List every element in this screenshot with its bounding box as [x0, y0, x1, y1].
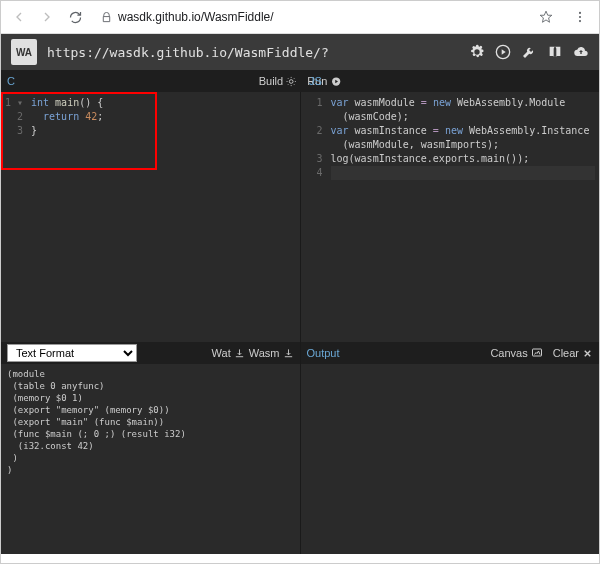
- js-code[interactable]: var wasmModule = new WebAssembly.Module …: [327, 92, 600, 342]
- browser-bar: wasdk.github.io/WasmFiddle/: [1, 1, 599, 34]
- output-row: (module (table 0 anyfunc) (memory $0 1) …: [1, 364, 599, 554]
- svg-point-1: [579, 16, 581, 18]
- c-code[interactable]: int main() { return 42;}: [27, 92, 300, 342]
- js-tab-label[interactable]: JS: [309, 75, 322, 87]
- svg-point-0: [579, 12, 581, 14]
- wrench-icon[interactable]: [521, 44, 537, 60]
- js-gutter: 1 2 34: [301, 92, 327, 342]
- clear-label: Clear: [553, 347, 579, 359]
- svg-rect-5: [532, 349, 541, 356]
- c-tab-label[interactable]: C: [7, 75, 15, 87]
- play-icon[interactable]: [495, 44, 511, 60]
- book-icon[interactable]: [547, 44, 563, 60]
- wasm-label: Wasm: [249, 347, 280, 359]
- editor-row: 1 ▾23 int main() { return 42;} 1 2 34 va…: [1, 92, 599, 342]
- output-toolbar: Text Format Wat Wasm Output Canvas Clear: [1, 342, 599, 364]
- gear-icon[interactable]: [469, 44, 485, 60]
- clear-button[interactable]: Clear: [553, 347, 593, 359]
- format-select[interactable]: Text Format: [7, 344, 137, 362]
- forward-button[interactable]: [37, 7, 57, 27]
- build-button[interactable]: Build: [259, 75, 297, 87]
- download-wasm-button[interactable]: Wasm: [249, 347, 294, 359]
- back-button[interactable]: [9, 7, 29, 27]
- kebab-menu-icon[interactable]: [573, 10, 591, 24]
- build-label: Build: [259, 75, 283, 87]
- app-logo: WA: [11, 39, 37, 65]
- url-text: wasdk.github.io/WasmFiddle/: [118, 10, 533, 24]
- canvas-label: Canvas: [490, 347, 527, 359]
- output-tab-label[interactable]: Output: [307, 347, 491, 359]
- app-header: WA https://wasdk.github.io/WasmFiddle/?: [1, 34, 599, 70]
- console-output[interactable]: [301, 364, 600, 554]
- lock-icon: [101, 12, 112, 23]
- c-gutter: 1 ▾23: [1, 92, 27, 342]
- wat-label: Wat: [212, 347, 231, 359]
- wat-output[interactable]: (module (table 0 anyfunc) (memory $0 1) …: [1, 364, 301, 554]
- header-url: https://wasdk.github.io/WasmFiddle/?: [47, 45, 459, 60]
- js-editor[interactable]: 1 2 34 var wasmModule = new WebAssembly.…: [301, 92, 600, 342]
- editor-toolbar: C Build Run JS: [1, 70, 599, 92]
- canvas-button[interactable]: Canvas: [490, 347, 542, 359]
- cloud-upload-icon[interactable]: [573, 44, 589, 60]
- c-editor[interactable]: 1 ▾23 int main() { return 42;}: [1, 92, 301, 342]
- download-wat-button[interactable]: Wat: [212, 347, 245, 359]
- header-actions: [469, 44, 589, 60]
- svg-point-2: [579, 20, 581, 22]
- reload-button[interactable]: [65, 7, 85, 27]
- url-bar[interactable]: wasdk.github.io/WasmFiddle/: [93, 10, 565, 24]
- star-icon[interactable]: [539, 10, 557, 24]
